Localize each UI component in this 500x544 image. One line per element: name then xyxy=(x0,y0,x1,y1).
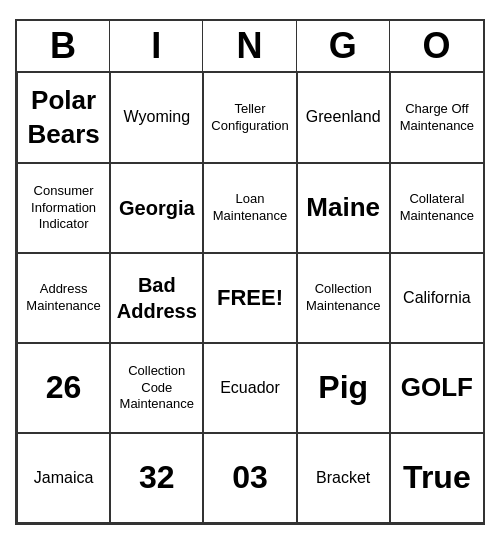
bingo-card: BINGO Polar BearsWyomingTeller Configura… xyxy=(15,19,485,525)
header-letter-n: N xyxy=(203,21,296,71)
header-letter-g: G xyxy=(297,21,390,71)
bingo-cell-1: Wyoming xyxy=(110,73,203,163)
bingo-cell-17: Ecuador xyxy=(203,343,296,433)
bingo-cell-20: Jamaica xyxy=(17,433,110,523)
bingo-cell-6: Georgia xyxy=(110,163,203,253)
bingo-cell-9: Collateral Maintenance xyxy=(390,163,483,253)
header-letter-o: O xyxy=(390,21,483,71)
bingo-cell-4: Charge Off Maintenance xyxy=(390,73,483,163)
bingo-cell-24: True xyxy=(390,433,483,523)
bingo-cell-10: Address Maintenance xyxy=(17,253,110,343)
bingo-header: BINGO xyxy=(17,21,483,73)
bingo-cell-16: Collection Code Maintenance xyxy=(110,343,203,433)
bingo-cell-15: 26 xyxy=(17,343,110,433)
header-letter-i: I xyxy=(110,21,203,71)
bingo-cell-14: California xyxy=(390,253,483,343)
bingo-cell-23: Bracket xyxy=(297,433,390,523)
bingo-cell-5: Consumer Information Indicator xyxy=(17,163,110,253)
bingo-cell-3: Greenland xyxy=(297,73,390,163)
bingo-cell-13: Collection Maintenance xyxy=(297,253,390,343)
header-letter-b: B xyxy=(17,21,110,71)
bingo-cell-12: FREE! xyxy=(203,253,296,343)
bingo-cell-11: Bad Address xyxy=(110,253,203,343)
bingo-cell-22: 03 xyxy=(203,433,296,523)
bingo-cell-18: Pig xyxy=(297,343,390,433)
bingo-cell-19: GOLF xyxy=(390,343,483,433)
bingo-cell-7: Loan Maintenance xyxy=(203,163,296,253)
bingo-cell-21: 32 xyxy=(110,433,203,523)
bingo-cell-8: Maine xyxy=(297,163,390,253)
bingo-grid: Polar BearsWyomingTeller ConfigurationGr… xyxy=(17,73,483,523)
bingo-cell-0: Polar Bears xyxy=(17,73,110,163)
bingo-cell-2: Teller Configuration xyxy=(203,73,296,163)
